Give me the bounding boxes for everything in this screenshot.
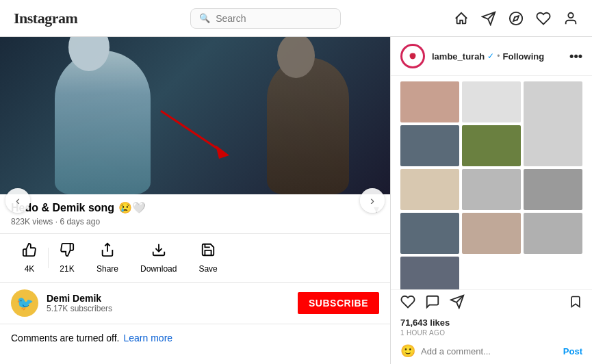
ig-post-header: lambe_turah ✓ • Following ••• xyxy=(391,37,592,76)
svg-point-1 xyxy=(568,12,573,17)
ig-post-actions: 71,643 likes 1 HOUR AGO 🙂 Post xyxy=(391,289,592,364)
save-label: Save xyxy=(198,264,217,274)
heart-icon[interactable] xyxy=(536,11,551,26)
like-button[interactable]: 4K xyxy=(11,239,48,276)
ig-comment-row: 🙂 Post xyxy=(400,341,582,361)
video-meta: 823K views · 6 days ago xyxy=(11,217,146,226)
ig-avatar xyxy=(400,44,425,68)
share-button[interactable]: Share xyxy=(86,239,129,276)
nav-icons xyxy=(454,11,578,26)
ig-username-wrap: lambe_turah ✓ • Following xyxy=(432,51,563,62)
grid-item-3 xyxy=(400,125,459,166)
dislike-button[interactable]: 21K xyxy=(49,239,86,276)
ig-following-status[interactable]: Following xyxy=(503,51,545,62)
video-title: Hedo & Demik song 😢🤍 xyxy=(11,201,146,214)
prev-arrow[interactable]: ‹ xyxy=(5,188,30,213)
search-input[interactable] xyxy=(216,13,332,24)
grid-item-tall xyxy=(524,81,582,166)
grid-item-6 xyxy=(462,169,521,210)
main-content: ‹ › Hedo & Demik song 😢🤍 823K views xyxy=(0,37,592,364)
channel-avatar: 🐦 xyxy=(11,289,38,317)
ig-like-icon[interactable] xyxy=(400,294,415,313)
svg-marker-3 xyxy=(216,145,229,159)
grid-item-5 xyxy=(400,169,459,210)
instagram-logo: Instagram xyxy=(14,10,77,27)
user-icon[interactable] xyxy=(563,11,578,26)
grid-item-7 xyxy=(524,169,582,210)
ig-more-options[interactable]: ••• xyxy=(569,49,582,64)
comments-off-notice: Comments are turned off. Learn more xyxy=(0,324,390,352)
channel-info: Demi Demik 5.17K subscribers xyxy=(47,293,289,313)
search-icon: 🔍 xyxy=(199,13,210,23)
ig-post-content xyxy=(391,76,592,289)
subscribe-button[interactable]: SUBSCRIBE xyxy=(298,292,379,314)
ig-verified-icon: ✓ xyxy=(487,51,494,61)
like-count: 4K xyxy=(25,264,35,274)
like-icon xyxy=(22,242,37,261)
ig-post-button[interactable]: Post xyxy=(563,346,582,356)
grid-item-10 xyxy=(524,213,582,254)
ig-action-icons xyxy=(400,294,582,313)
video-info: Hedo & Demik song 😢🤍 823K views · 6 days… xyxy=(0,194,390,234)
instagram-panel: lambe_turah ✓ • Following ••• xyxy=(390,37,592,364)
home-icon[interactable] xyxy=(454,11,469,26)
ig-comment-input[interactable] xyxy=(421,346,558,356)
ig-username: lambe_turah xyxy=(432,51,485,62)
download-label: Download xyxy=(140,264,177,274)
compass-icon[interactable] xyxy=(509,11,524,26)
grid-item-4 xyxy=(462,125,521,166)
ig-share-icon[interactable] xyxy=(450,294,465,313)
grid-item-11 xyxy=(400,257,459,289)
download-icon xyxy=(151,242,166,261)
dislike-icon xyxy=(60,242,75,261)
figure-left xyxy=(55,51,151,194)
save-button[interactable]: Save xyxy=(188,239,228,276)
dislike-count: 21K xyxy=(60,264,74,274)
download-button[interactable]: Download xyxy=(129,239,188,276)
search-bar[interactable]: 🔍 xyxy=(190,8,341,29)
action-row: 4K 21K xyxy=(0,234,390,283)
ig-bookmark-icon[interactable] xyxy=(569,294,582,313)
paper-plane-icon[interactable] xyxy=(481,11,496,26)
channel-row: 🐦 Demi Demik 5.17K subscribers SUBSCRIBE xyxy=(0,283,390,324)
grid-item-8 xyxy=(400,213,459,254)
share-label: Share xyxy=(96,264,118,274)
ig-likes-count: 71,643 likes xyxy=(400,317,582,328)
ig-emoji-icon[interactable]: 🙂 xyxy=(400,343,415,359)
save-icon xyxy=(201,242,216,261)
ig-comment-icon[interactable] xyxy=(425,294,440,313)
next-arrow[interactable]: › xyxy=(360,188,385,213)
grid-item-2 xyxy=(462,81,521,122)
red-arrow-indicator xyxy=(140,97,250,166)
share-icon xyxy=(100,242,115,261)
learn-more-link[interactable]: Learn more xyxy=(123,333,172,343)
instagram-header: Instagram 🔍 xyxy=(0,0,592,37)
channel-subs: 5.17K subscribers xyxy=(47,304,289,313)
ig-image-grid xyxy=(400,81,582,289)
grid-item-9 xyxy=(462,213,521,254)
svg-line-2 xyxy=(161,111,222,152)
video-section: ‹ › Hedo & Demik song 😢🤍 823K views xyxy=(0,37,390,364)
ig-post-time: 1 HOUR AGO xyxy=(400,329,582,337)
video-thumbnail[interactable] xyxy=(0,37,390,194)
channel-name: Demi Demik xyxy=(47,293,289,304)
grid-item-1 xyxy=(400,81,459,122)
figure-right xyxy=(267,57,349,194)
svg-point-0 xyxy=(510,12,522,24)
